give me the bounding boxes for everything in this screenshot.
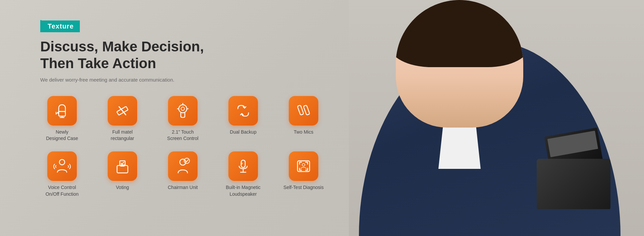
feature-voice-control: Voice ControlOn/Off Function	[40, 151, 84, 197]
main-title: Discuss, Make Decision, Then Take Action	[40, 38, 325, 72]
touch-icon	[174, 102, 192, 120]
features-grid: NewlyDesigned Case Full matelrectangular	[40, 96, 325, 197]
features-row-1: NewlyDesigned Case Full matelrectangular	[40, 96, 325, 142]
voice-control-label: Voice ControlOn/Off Function	[46, 184, 79, 197]
hero-image	[342, 0, 644, 236]
touch-icon-box	[168, 96, 198, 126]
diagnosis-icon-box	[289, 151, 318, 181]
svg-rect-8	[304, 105, 310, 115]
two-mics-label: Two Mics	[294, 129, 313, 136]
two-mics-icon-box	[289, 96, 318, 126]
hero-subtitle: We deliver worry-free meeting and accura…	[40, 77, 325, 83]
svg-point-6	[181, 107, 184, 110]
chairman-icon-box	[168, 151, 198, 181]
feature-built-in-magnetic: Built-in MagneticLoudspeaker	[221, 151, 265, 197]
svg-point-13	[180, 159, 186, 165]
title-line2: Then Take Action	[40, 55, 156, 71]
voice-icon	[53, 157, 71, 175]
svg-rect-15	[241, 160, 245, 168]
built-in-magnetic-label: Built-in MagneticLoudspeaker	[226, 184, 261, 197]
speaker-icon-box	[228, 151, 258, 181]
newly-designed-case-icon-box	[47, 96, 77, 126]
device-screen	[547, 131, 598, 157]
face	[396, 0, 523, 128]
self-test-diagnosis-label: Self-Test Diagnosis	[283, 184, 324, 191]
backup-icon	[234, 102, 252, 120]
case-icon	[53, 102, 71, 120]
conference-device	[530, 135, 617, 209]
chairman-icon	[174, 157, 192, 175]
feature-chairman-unit: Chairman Unit	[161, 151, 205, 191]
chairman-unit-label: Chairman Unit	[168, 184, 198, 191]
newly-designed-case-label: NewlyDesigned Case	[46, 129, 78, 142]
device-body	[537, 159, 610, 209]
feature-touch-screen-control: 2.1" TouchScreen Control	[161, 96, 205, 142]
dual-backup-icon-box	[228, 96, 258, 126]
feature-self-test-diagnosis: Self-Test Diagnosis	[282, 151, 325, 191]
feature-newly-designed-case: NewlyDesigned Case	[40, 96, 84, 142]
touch-screen-label: 2.1" TouchScreen Control	[167, 129, 198, 142]
feature-two-mics: Two Mics	[282, 96, 325, 136]
texture-badge-wrap: Texture	[40, 20, 325, 32]
full-matel-label: Full matelrectangular	[111, 129, 134, 142]
svg-point-19	[302, 163, 305, 166]
full-matel-icon-box	[108, 96, 137, 126]
texture-badge: Texture	[42, 20, 80, 32]
svg-line-4	[119, 107, 126, 115]
svg-rect-0	[59, 111, 65, 116]
voting-icon	[114, 157, 131, 175]
feature-dual-backup: Dual Backup	[221, 96, 265, 136]
svg-point-14	[184, 158, 190, 163]
svg-point-9	[59, 159, 65, 165]
main-content: Texture Discuss, Make Decision, Then Tak…	[40, 20, 325, 197]
feature-full-matel-rectangular: Full matelrectangular	[101, 96, 144, 142]
features-row-2: Voice ControlOn/Off Function	[40, 151, 325, 197]
mics-icon	[295, 102, 312, 120]
diagnosis-icon	[295, 157, 312, 175]
svg-rect-7	[298, 105, 304, 115]
title-line1: Discuss, Make Decision,	[40, 39, 204, 54]
speaker-icon	[234, 157, 252, 175]
hair	[396, 0, 523, 67]
voting-icon-box	[108, 151, 137, 181]
svg-rect-10	[117, 166, 128, 173]
metal-icon	[114, 102, 131, 120]
voice-icon-box	[47, 151, 77, 181]
svg-point-5	[179, 105, 187, 113]
feature-voting: Voting	[101, 151, 144, 191]
dual-backup-label: Dual Backup	[230, 129, 256, 136]
voting-label: Voting	[116, 184, 129, 191]
